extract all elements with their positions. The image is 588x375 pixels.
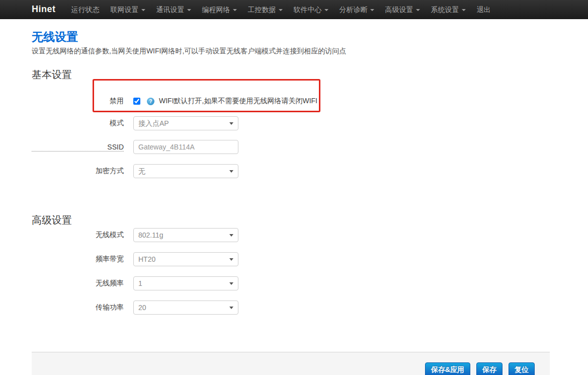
- reset-button[interactable]: 复位: [509, 362, 535, 375]
- mode-row: 模式 接入点AP: [32, 116, 550, 130]
- nav-item-logout[interactable]: 退出: [471, 0, 496, 19]
- encryption-label: 加密方式: [32, 167, 124, 176]
- save-button[interactable]: 保存: [476, 362, 502, 375]
- nav-item-software-center[interactable]: 软件中心: [288, 0, 334, 19]
- channel-select-value: 1: [138, 279, 142, 287]
- bandwidth-select-value: HT20: [138, 255, 155, 263]
- nav-item-status[interactable]: 运行状态: [66, 0, 105, 19]
- chevron-down-icon: [324, 9, 328, 11]
- nav-item-label: 通讯设置: [156, 6, 185, 14]
- nav-item-advanced-settings[interactable]: 高级设置: [380, 0, 426, 19]
- basic-settings-heading: 基本设置: [32, 68, 550, 81]
- save-apply-button[interactable]: 保存&应用: [425, 362, 470, 375]
- nav-item-diagnostics[interactable]: 分析诊断: [334, 0, 380, 19]
- mode-select-value: 接入点AP: [138, 119, 169, 127]
- chevron-down-icon: [279, 9, 283, 11]
- bandwidth-row: 频率带宽 HT20: [32, 252, 550, 266]
- channel-select[interactable]: 1: [133, 276, 238, 290]
- channel-label: 无线频率: [32, 279, 124, 288]
- main-content: 无线设置 设置无线网络的通信参数,当网关使用WIFI网络时,可以手动设置无线客户…: [32, 30, 550, 352]
- wifi-mode-label: 无线模式: [32, 231, 124, 240]
- encryption-select[interactable]: 无: [133, 164, 238, 178]
- disable-help-text: WIFI默认打开,如果不需要使用无线网络请关闭WIFI: [159, 97, 317, 106]
- nav-item-system-settings[interactable]: 系统设置: [426, 0, 471, 19]
- encryption-select-value: 无: [138, 167, 145, 175]
- mode-select[interactable]: 接入点AP: [133, 116, 238, 130]
- chevron-down-icon: [233, 9, 237, 11]
- dropdown-arrow-icon: [229, 122, 233, 125]
- page-actions-footer: 保存&应用 保存 复位: [32, 352, 550, 375]
- chevron-down-icon: [370, 9, 374, 11]
- page-title: 无线设置: [32, 30, 550, 43]
- nav-item-label: 分析诊断: [340, 6, 368, 14]
- dropdown-arrow-icon: [229, 282, 233, 285]
- page-subtitle: 设置无线网络的通信参数,当网关使用WIFI网络时,可以手动设置无线客户端模式并连…: [32, 47, 550, 55]
- top-navbar: Hinet 运行状态 联网设置 通讯设置 编程网络 工控数据 软件中心 分析诊断…: [0, 0, 588, 19]
- bandwidth-select[interactable]: HT20: [133, 252, 238, 266]
- nav-item-label: 工控数据: [248, 6, 276, 14]
- nav-item-label: 高级设置: [385, 6, 413, 14]
- channel-row: 无线频率 1: [32, 276, 550, 290]
- dropdown-arrow-icon: [229, 258, 233, 261]
- brand-logo[interactable]: Hinet: [32, 4, 56, 15]
- nav-item-label: 软件中心: [294, 6, 322, 14]
- nav-item-comm-settings[interactable]: 通讯设置: [151, 0, 197, 19]
- chevron-down-icon: [416, 9, 420, 11]
- tx-power-row: 传输功率 20: [32, 301, 550, 315]
- encryption-row: 加密方式 无: [32, 164, 550, 178]
- chevron-down-icon: [462, 9, 466, 11]
- nav-item-label: 编程网络: [202, 6, 230, 14]
- nav-item-programming-network[interactable]: 编程网络: [197, 0, 242, 19]
- advanced-settings-heading: 高级设置: [32, 214, 550, 226]
- disable-row: 禁用 ? WIFI默认打开,如果不需要使用无线网络请关闭WIFI: [32, 94, 550, 109]
- tx-power-select-value: 20: [138, 304, 146, 312]
- nav-item-label: 联网设置: [111, 6, 139, 14]
- wifi-mode-select-value: 802.11g: [138, 231, 163, 239]
- dropdown-arrow-icon: [229, 234, 233, 237]
- nav-item-label: 运行状态: [71, 6, 100, 14]
- nav-item-label: 退出: [477, 6, 491, 14]
- dropdown-arrow-icon: [229, 307, 233, 309]
- mode-label: 模式: [32, 119, 124, 128]
- ssid-input[interactable]: [133, 140, 238, 154]
- wifi-mode-row: 无线模式 802.11g: [32, 228, 550, 242]
- chevron-down-icon: [141, 9, 145, 11]
- bandwidth-label: 频率带宽: [32, 255, 124, 264]
- nav-item-industrial-data[interactable]: 工控数据: [242, 0, 288, 19]
- ssid-label: SSID: [32, 143, 124, 152]
- wifi-mode-select[interactable]: 802.11g: [133, 228, 238, 242]
- ssid-row: SSID: [32, 140, 550, 154]
- disable-label: 禁用: [32, 97, 124, 106]
- help-icon[interactable]: ?: [147, 98, 154, 105]
- dropdown-arrow-icon: [229, 170, 233, 173]
- disable-checkbox[interactable]: [133, 98, 140, 105]
- nav-item-network-settings[interactable]: 联网设置: [105, 0, 151, 19]
- tx-power-label: 传输功率: [32, 303, 124, 312]
- chevron-down-icon: [187, 9, 191, 11]
- nav-item-label: 系统设置: [431, 6, 459, 14]
- tx-power-select[interactable]: 20: [133, 301, 238, 315]
